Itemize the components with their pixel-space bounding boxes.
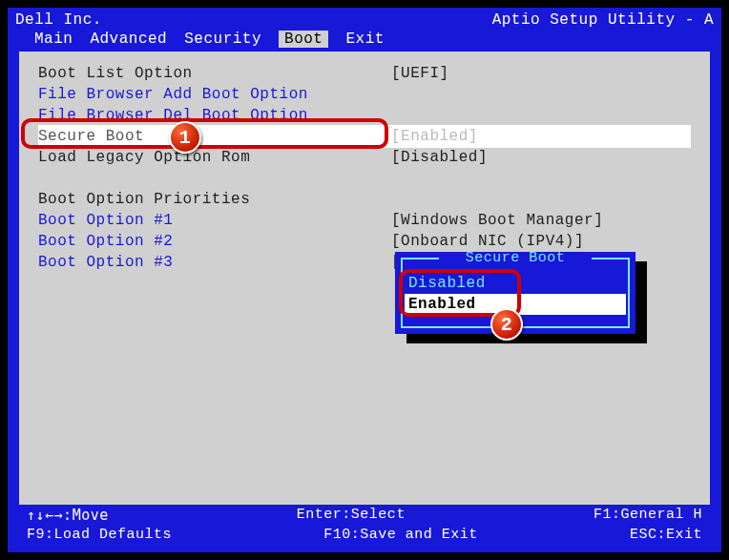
secure-boot-value: [Enabled] <box>391 128 478 145</box>
tab-advanced[interactable]: Advanced <box>90 31 167 48</box>
row-boot-option-1[interactable]: Boot Option #1 [Windows Boot Manager] <box>38 210 691 231</box>
content-panel: Boot List Option [UEFI] File Browser Add… <box>19 52 710 509</box>
tab-exit[interactable]: Exit <box>345 31 384 48</box>
annotation-badge-2: 2 <box>490 308 523 341</box>
boot-list-option-label: Boot List Option <box>38 65 391 82</box>
legacy-rom-label: Load Legacy Option Rom <box>38 149 391 166</box>
tab-security[interactable]: Security <box>184 31 261 48</box>
help-select: Enter:Select <box>297 507 406 527</box>
boot-option-2-value: [Onboard NIC (IPV4)] <box>391 233 584 250</box>
utility-label: Aptio Setup Utility - A <box>492 11 714 29</box>
row-file-browser-add[interactable]: File Browser Add Boot Option <box>38 84 691 105</box>
annotation-badge-1: 1 <box>169 121 201 154</box>
file-browser-del-label: File Browser Del Boot Option <box>38 107 391 124</box>
row-legacy-option-rom[interactable]: Load Legacy Option Rom [Disabled] <box>38 147 691 168</box>
row-secure-boot[interactable]: Secure Boot [Enabled] <box>38 126 691 147</box>
boot-option-2-label: Boot Option #2 <box>38 233 391 250</box>
popup-option-disabled[interactable]: Disabled <box>395 273 635 294</box>
tab-boot[interactable]: Boot <box>279 31 328 48</box>
row-file-browser-del[interactable]: File Browser Del Boot Option <box>38 105 691 126</box>
bios-header: Dell Inc. Aptio Setup Utility - A <box>8 8 721 31</box>
footer-help-bar: ↑↓←→:Move Enter:Select F1:General H F9:L… <box>8 505 721 552</box>
priorities-header-label: Boot Option Priorities <box>38 191 391 208</box>
row-boot-list-option[interactable]: Boot List Option [UEFI] <box>38 63 691 84</box>
file-browser-add-label: File Browser Add Boot Option <box>38 86 391 103</box>
bios-screen: Dell Inc. Aptio Setup Utility - A Main A… <box>8 8 721 552</box>
help-save: F10:Save and Exit <box>323 527 478 547</box>
help-defaults: F9:Load Defaults <box>27 527 172 547</box>
legacy-rom-value: [Disabled] <box>391 149 488 166</box>
help-general: F1:General H <box>594 507 702 527</box>
boot-list-option-value: [UEFI] <box>391 65 449 82</box>
help-move: ↑↓←→:Move <box>27 507 109 527</box>
secure-boot-label: Secure Boot <box>38 128 391 145</box>
boot-option-3-label: Boot Option #3 <box>38 254 391 271</box>
boot-option-1-value: [Windows Boot Manager] <box>391 212 603 229</box>
row-spacer <box>38 168 691 189</box>
help-exit: ESC:Exit <box>630 527 702 547</box>
row-priorities-header: Boot Option Priorities <box>38 189 691 210</box>
row-boot-option-2[interactable]: Boot Option #2 [Onboard NIC (IPV4)] <box>38 231 691 252</box>
popup-title: Secure Boot <box>395 250 635 266</box>
boot-option-1-label: Boot Option #1 <box>38 212 391 229</box>
vendor-label: Dell Inc. <box>15 11 102 29</box>
tab-main[interactable]: Main <box>34 31 73 48</box>
tab-bar: Main Advanced Security Boot Exit <box>8 31 721 52</box>
